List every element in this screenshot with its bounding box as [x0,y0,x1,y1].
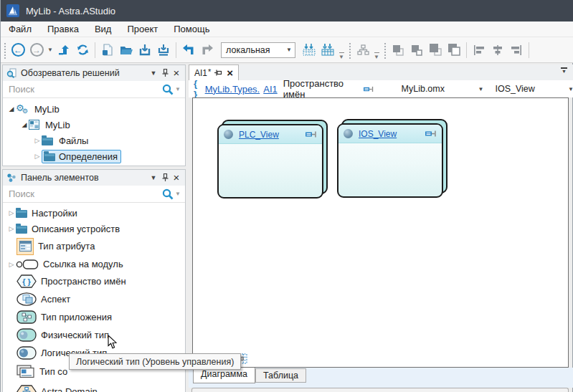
solution-explorer-header[interactable]: Обозреватель решений ▼ × [3,65,185,81]
breadcrumb-current-link[interactable]: AI1 [263,84,278,95]
expander-expanded-icon[interactable]: ◢ [20,121,29,128]
navigate-up-button[interactable] [55,41,73,59]
panel-pin-icon[interactable] [159,173,171,183]
redo-button[interactable] [198,41,217,59]
align-right-button[interactable] [507,41,526,59]
open-folder-button[interactable] [117,41,136,59]
up-arrow-icon [58,44,70,56]
toolbox-item-settings[interactable]: ▷ Настройки [3,205,185,221]
hierarchy-layout-button[interactable] [354,41,372,59]
toolbar-grip[interactable] [3,42,6,59]
undo-button[interactable] [179,41,198,59]
insert-grid-row-button[interactable] [318,41,337,59]
domain-icon [16,385,37,392]
navigate-forward-button[interactable]: → [27,41,46,59]
tree-node-files[interactable]: ▷ Файлы [3,133,185,148]
toolbox-item-namespace[interactable]: { } Пространство имён [3,272,185,290]
tab-close-icon[interactable]: × [227,69,233,77]
expander-expanded-icon[interactable]: ◢ [7,105,16,113]
toolbox-item-aspect[interactable]: Аспект [3,290,185,308]
collapsed-bottom-panel[interactable] [191,388,569,392]
toolbox-search-input[interactable] [9,188,162,199]
expander-collapsed-icon[interactable]: ▷ [7,225,16,232]
add-grid-row-button[interactable] [300,41,318,59]
file-combobox[interactable]: MyLib.omx ▼ [402,84,484,94]
forward-arrow-icon: → [30,43,44,57]
toolbox-item-device-descriptions[interactable]: ▷ Описания устройств [3,221,185,236]
expander-collapsed-icon[interactable]: ▷ [7,261,16,268]
panel-menu-caret[interactable]: ▼ [148,70,159,77]
bring-to-front-button[interactable] [426,41,445,59]
breadcrumb-parent-link[interactable]: MyLib.Types. [205,84,260,95]
tree-node-definitions[interactable]: ▷ Определения [3,148,185,164]
save-button[interactable] [136,41,154,59]
solution-search-input[interactable] [9,84,162,95]
node-title-link[interactable]: PLC_View [239,130,279,140]
toolbox-item-physical-type[interactable]: Физический тип [3,326,185,344]
new-file-button[interactable] [98,41,117,59]
node-card[interactable]: IOS_View [337,123,443,198]
bring-forward-button[interactable] [389,41,407,59]
panel-pin-icon[interactable] [159,69,171,78]
toolbox-item-label: Пространство имён [41,276,126,287]
diagram-node-plc-view[interactable]: PLC_View [217,120,329,199]
toolbar-grip[interactable] [348,42,351,59]
toolbar-grip[interactable] [383,42,387,59]
toolbox-item-astra-domain[interactable]: Astra.Domain [3,381,185,392]
expander-collapsed-icon[interactable]: ▷ [7,209,16,216]
node-card[interactable]: PLC_View [217,124,323,199]
tab-pin-icon[interactable] [214,68,222,78]
menu-file[interactable]: Файл [1,22,39,36]
tab-table[interactable]: Таблица [255,368,306,383]
tab-diagram[interactable]: Диаграмма [193,368,255,383]
send-backward-button[interactable] [407,41,426,59]
toolbar-overflow-caret[interactable]: ▼ [372,52,381,60]
menu-project[interactable]: Проект [119,22,166,36]
expander-collapsed-icon[interactable]: ▷ [33,153,42,160]
align-center-button[interactable] [488,41,507,59]
refresh-button[interactable] [73,41,92,59]
environment-combobox[interactable]: локальная ▼ [221,42,295,58]
selected-tree-node[interactable]: Определения [42,150,121,163]
gears-icon: ⚙⚙ [16,103,29,115]
save-all-button[interactable] [154,41,173,59]
toolbar-overflow-caret[interactable]: ▼ [337,52,346,60]
node-title-link[interactable]: IOS_View [359,129,397,139]
tooltip: Логический тип (Уровень управления) [69,353,241,370]
send-to-back-button[interactable] [445,41,463,59]
expander-collapsed-icon[interactable]: ▷ [33,137,42,144]
toolbar-separator [95,42,95,58]
align-left-button[interactable] [470,41,488,59]
navigation-history-caret[interactable]: ▼ [46,47,55,53]
tooltip-text: Логический тип (Уровень управления) [76,357,234,367]
tree-node-solution[interactable]: ◢ ⚙⚙ MyLib [3,101,185,117]
toolbox-item-application-type[interactable]: Тип приложения [3,308,185,326]
search-icon[interactable] [162,84,174,95]
menu-edit[interactable]: Правка [39,22,87,36]
toolbox-item-module-reference[interactable]: ▷ Ссылка на модуль [3,256,185,272]
menu-help[interactable]: Помощь [166,22,217,36]
logical-type-badge-icon [224,130,233,139]
panel-close-button[interactable]: × [171,68,182,78]
diagram-node-ios-view[interactable]: IOS_View [337,119,449,199]
search-options-caret[interactable]: ▼ [174,191,182,197]
search-icon[interactable] [162,188,174,200]
search-options-caret[interactable]: ▼ [174,86,182,92]
diagram-canvas[interactable]: PLC_View IOS_View [192,97,569,368]
toolbox-item-attribute-type[interactable]: Тип атрибута [3,236,185,256]
back-arrow-icon: ← [11,43,25,57]
window-title: MyLib - Astra.AStudio [26,6,115,16]
navigate-back-button[interactable]: ← [9,41,27,59]
panel-menu-caret[interactable]: ▼ [148,174,159,181]
panel-close-button[interactable]: × [171,173,182,183]
aspect-icon [16,292,37,306]
view-combobox[interactable]: IOS_View ▼ [495,84,573,94]
menu-view[interactable]: Вид [87,22,120,36]
toolbox-header[interactable]: Панель элементов ▼ × [3,170,185,186]
physical-type-icon [16,328,37,342]
tree-node-project[interactable]: ◢ MyLib [3,117,185,133]
folder-icon [16,226,27,234]
attribute-type-icon [16,238,34,255]
module-reference-icon [16,259,39,270]
tab-list-chevron[interactable]: ▼ [560,67,568,73]
